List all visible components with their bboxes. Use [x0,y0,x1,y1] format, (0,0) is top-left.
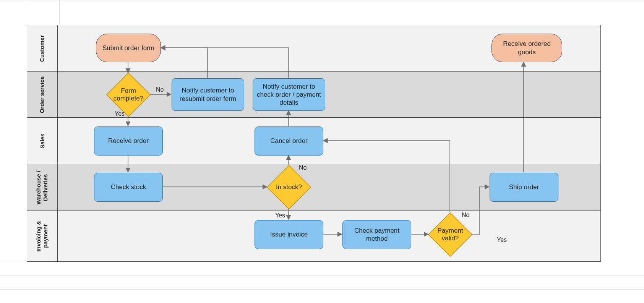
node-label: In stock? [276,183,302,191]
node-label: Ship order [509,183,539,191]
process-ship-order: Ship order [490,173,558,202]
edge-label-yes: Yes [275,212,285,219]
node-label: Cancel order [270,137,307,145]
lane-header-customer: Customer [27,25,58,71]
decision-in-stock: In stock? [273,172,305,203]
lane-label: Warehouse / Deliveries [36,170,49,204]
process-receive-order: Receive order [94,126,163,156]
node-label: Check payment method [346,227,408,243]
process-issue-invoice: Issue invoice [255,220,323,249]
decision-payment-valid: Payment valid? [435,219,466,250]
edge-label-no: No [462,212,469,219]
lane-header-invoicing: Invoicing & payment [27,211,58,261]
lane-label: Order service [39,76,46,113]
lane-header-sales: Sales [27,118,58,164]
process-check-payment: Check payment method [342,220,411,249]
lane-label: Sales [39,133,45,148]
node-label: Check stock [111,183,146,191]
node-label: Form complete? [107,87,149,103]
node-label: Receive ordered goods [495,40,559,56]
edge-label-no: No [156,86,164,93]
lane-label: Customer [39,35,45,62]
swimlane-pool: Customer Order service Sales Warehouse /… [27,25,601,262]
lane-header-warehouse: Warehouse / Deliveries [27,164,58,211]
process-check-stock: Check stock [94,173,163,202]
lane-header-order-service: Order service [27,72,58,117]
node-label: Receive order [108,137,149,145]
process-notify-check: Notify customer to check order / payment… [253,78,325,111]
edge-label-yes: Yes [497,237,507,243]
node-label: Submit order form [102,44,154,52]
lane-label: Invoicing & payment [36,221,49,252]
process-cancel-order: Cancel order [255,126,323,156]
node-label: Issue invoice [270,230,308,238]
process-notify-resubmit: Notify customer to resubmit order form [172,78,244,111]
terminator-submit-order: Submit order form [96,34,161,62]
edge-label-yes: Yes [115,110,125,117]
edge-label-no: No [299,164,307,171]
node-label: Payment valid? [431,227,469,243]
decision-form-complete: Form complete? [113,79,144,110]
node-label: Notify customer to check order / payment… [256,83,322,107]
node-label: Notify customer to resubmit order form [175,86,241,103]
terminator-receive-goods: Receive ordered goods [492,34,562,62]
